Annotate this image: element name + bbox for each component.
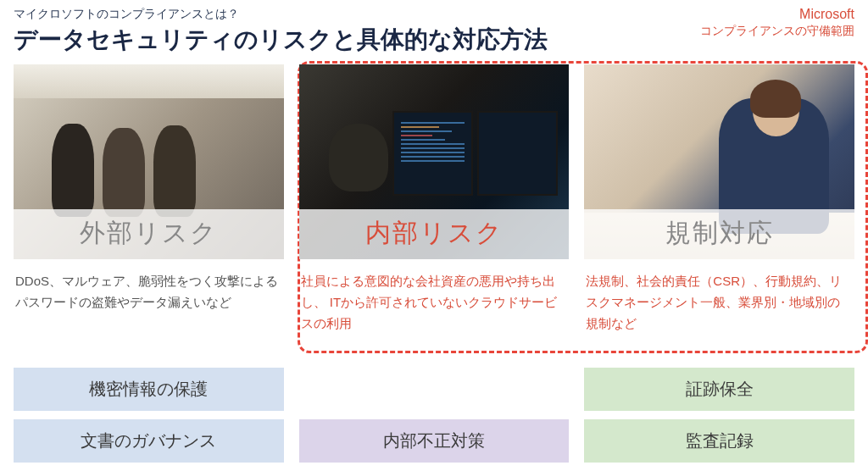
card-label: 規制対応 — [584, 209, 854, 259]
pill-audit: 監査記録 — [584, 419, 854, 463]
bottom-row: 機密情報の保護 文書のガバナンス 内部不正対策 証跡保全 監査記録 — [14, 368, 854, 463]
card-image-office: 外部リスク — [14, 64, 284, 259]
card-internal-risk: 内部リスク 社員による意図的な会社資産の悪用や持ち出し、 ITから許可されていな… — [299, 64, 570, 334]
bottom-col-2: 内部不正対策 — [299, 368, 570, 463]
cards-row: 外部リスク DDoS、マルウェア、脆弱性をつく攻撃によるパスワードの盗難やデータ… — [14, 64, 854, 334]
card-image-coder: 内部リスク — [299, 64, 570, 259]
card-description: 社員による意図的な会社資産の悪用や持ち出し、 ITから許可されていないクラウドサ… — [299, 271, 570, 334]
logo-block: Microsoft コンプライアンスの守備範囲 — [700, 7, 854, 39]
card-label: 外部リスク — [14, 209, 284, 259]
card-compliance: 規制対応 法規制、社会的責任（CSR）、行動規約、リスクマネージメント一般、業界… — [584, 64, 854, 334]
card-image-writing: 規制対応 — [584, 64, 854, 259]
logo-text: Microsoft — [700, 7, 854, 22]
bottom-col-1: 機密情報の保護 文書のガバナンス — [14, 368, 284, 463]
bottom-col-3: 証跡保全 監査記録 — [584, 368, 854, 463]
card-label: 内部リスク — [299, 209, 570, 259]
card-external-risk: 外部リスク DDoS、マルウェア、脆弱性をつく攻撃によるパスワードの盗難やデータ… — [14, 64, 284, 334]
card-description: DDoS、マルウェア、脆弱性をつく攻撃によるパスワードの盗難やデータ漏えいなど — [14, 271, 284, 313]
pill-confidential: 機密情報の保護 — [14, 368, 284, 411]
slide-header: マイクロソフトのコンプライアンスとは？ データセキュリティのリスクと具体的な対応… — [14, 7, 854, 56]
pill-governance: 文書のガバナンス — [14, 419, 284, 463]
card-description: 法規制、社会的責任（CSR）、行動規約、リスクマネージメント一般、業界別・地域別… — [584, 271, 854, 334]
logo-subtitle: コンプライアンスの守備範囲 — [700, 24, 854, 39]
pill-evidence: 証跡保全 — [584, 368, 854, 411]
pill-insider: 内部不正対策 — [299, 419, 570, 463]
